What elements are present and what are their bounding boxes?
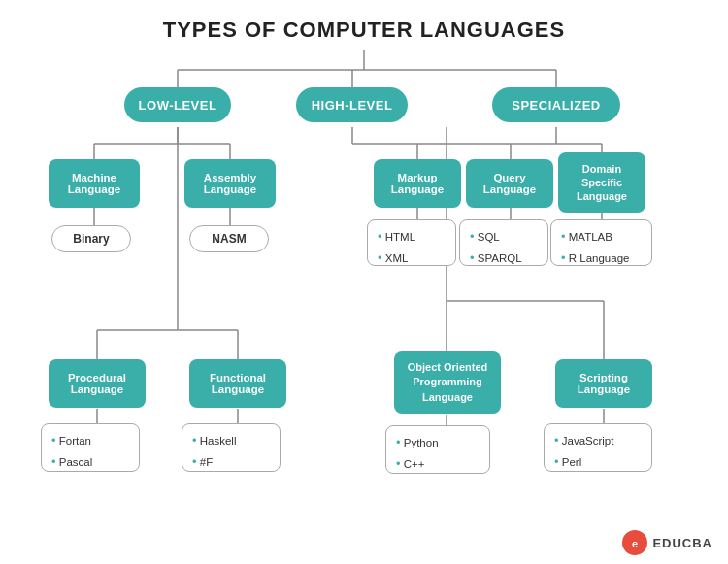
query-language-node: QueryLanguage: [466, 159, 553, 208]
domain-list: • MATLAB• R Language: [550, 219, 652, 266]
binary-node: Binary: [51, 225, 131, 252]
high-level-node: HIGH-LEVEL: [296, 87, 408, 122]
educba-logo-icon: e: [621, 529, 648, 556]
diagram: TYPES OF COMPUTER LANGUAGES: [0, 0, 728, 564]
connector-lines: [0, 0, 728, 564]
machine-language-node: MachineLanguage: [49, 159, 140, 208]
domain-specific-node: DomainSpecificLanguage: [558, 152, 645, 213]
scripting-list: • JavaScript• Perl: [544, 423, 652, 472]
assembly-language-node: AssemblyLanguage: [184, 159, 276, 208]
nasm-node: NASM: [189, 225, 269, 252]
functional-language-node: FunctionalLanguage: [189, 359, 286, 408]
functional-list: • Haskell• #F: [182, 423, 281, 472]
markup-language-node: MarkupLanguage: [374, 159, 461, 208]
brand: e EDUCBA: [621, 529, 712, 556]
specialized-node: SPECIALIZED: [492, 87, 620, 122]
procedural-list: • Fortan• Pascal: [41, 423, 140, 472]
svg-text:e: e: [632, 538, 638, 549]
oop-list: • Python• C++: [385, 425, 490, 474]
scripting-language-node: ScriptingLanguage: [555, 359, 652, 408]
procedural-language-node: ProceduralLanguage: [49, 359, 146, 408]
markup-list: • HTML• XML: [367, 219, 456, 266]
brand-text: EDUCBA: [652, 536, 712, 550]
main-title: TYPES OF COMPUTER LANGUAGES: [10, 10, 718, 43]
low-level-node: LOW-LEVEL: [124, 87, 231, 122]
oop-language-node: Object OrientedProgrammingLanguage: [394, 351, 501, 414]
query-list: • SQL• SPARQL: [459, 219, 548, 266]
